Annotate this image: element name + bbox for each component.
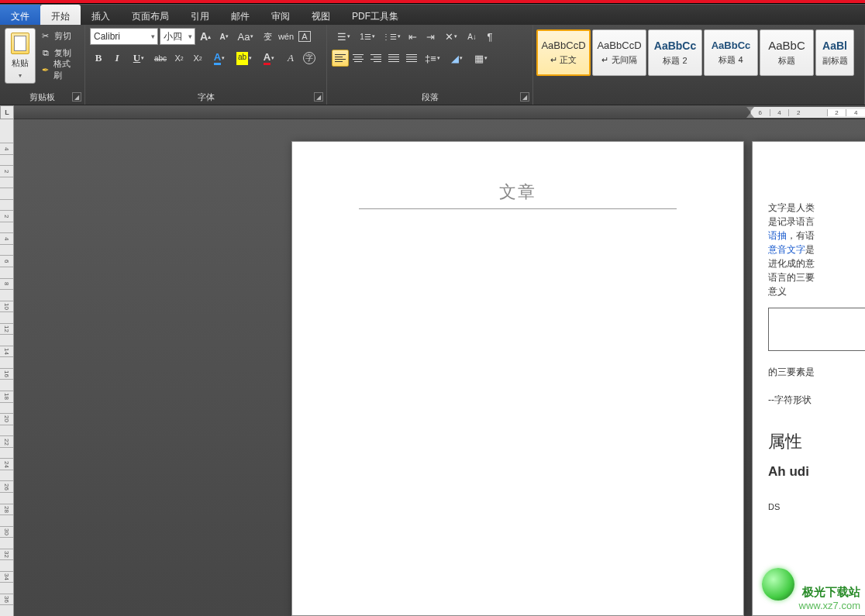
style-normal[interactable]: AaBbCcD ↵ 正文 [536, 29, 591, 76]
align-left-button[interactable] [332, 50, 349, 67]
format-painter-button[interactable]: ✒ 格式刷 [37, 62, 80, 77]
tab-mail[interactable]: 邮件 [220, 5, 260, 25]
workspace: 4224681012141618202224262830323436 文章 文字… [0, 119, 865, 616]
menu-bar: 文件 开始 插入 页面布局 引用 邮件 审阅 视图 PDF工具集 [0, 4, 865, 25]
scissors-icon: ✂ [40, 30, 51, 41]
vertical-ruler[interactable]: 4224681012141618202224262830323436 [0, 119, 14, 616]
tab-view[interactable]: 视图 [301, 5, 341, 25]
line-spacing-icon: ‡≡ [425, 53, 436, 64]
font-family-select[interactable]: Calibri [90, 28, 158, 45]
tab-home[interactable]: 开始 [40, 5, 81, 25]
char-shading-button[interactable]: A [282, 50, 299, 67]
align-right-button[interactable] [367, 50, 384, 67]
heading-3-text: Ah udi [768, 462, 865, 482]
underline-button[interactable]: U▾ [127, 50, 150, 67]
tab-page-layout[interactable]: 页面布局 [121, 5, 180, 25]
bold-button[interactable]: B [90, 50, 107, 67]
ruler-bar: L 6 4 2 2 4 [0, 105, 865, 119]
numbering-button[interactable]: 1☰▾ [356, 28, 379, 45]
superscript-button[interactable]: X2 [189, 50, 206, 67]
align-center-button[interactable] [350, 50, 367, 67]
brush-icon: ✒ [40, 64, 50, 75]
style-no-spacing[interactable]: AaBbCcD ↵ 无间隔 [592, 29, 646, 76]
change-case-button[interactable]: Aa▾ [234, 28, 257, 45]
tab-stop-selector[interactable]: L [0, 105, 14, 119]
style-title[interactable]: AaBbC 标题 [760, 29, 814, 76]
align-center-icon [353, 54, 364, 63]
paste-label: 粘贴 [12, 57, 29, 69]
font-color-button[interactable]: A▾ [257, 50, 281, 67]
copy-icon: ⧉ [40, 47, 51, 58]
phonetic-guide-button[interactable]: 变 [259, 28, 276, 45]
tab-file[interactable]: 文件 [0, 5, 40, 25]
shrink-font-button[interactable]: A▾ [215, 28, 233, 45]
indent-icon: ⇥ [426, 31, 435, 43]
content-box [768, 308, 865, 351]
subscript-button[interactable]: X2 [171, 50, 188, 67]
text-direction-icon: ✕ [445, 31, 453, 43]
paint-bucket-icon: ◢ [451, 53, 459, 64]
tab-review[interactable]: 审阅 [260, 5, 301, 25]
bullets-icon: ☰ [337, 31, 346, 43]
italic-button[interactable]: I [109, 50, 126, 67]
align-left-icon [335, 54, 346, 63]
cut-button[interactable]: ✂ 剪切 [37, 28, 80, 43]
page-1[interactable]: 文章 [291, 141, 744, 616]
line-spacing-button[interactable]: ‡≡▾ [421, 50, 444, 67]
show-marks-button[interactable]: ¶ [481, 28, 498, 45]
first-line-indent-marker[interactable] [746, 107, 754, 118]
group-font: Calibri 小四 A▴ A▾ Aa▾ 变 wén A B I U▾ abc … [85, 25, 327, 105]
group-clipboard: 粘贴 ▾ ✂ 剪切 ⧉ 复制 ✒ 格式刷 剪贴板 ◢ [0, 25, 85, 105]
heading-2-text: 属性 [768, 428, 865, 454]
page-header[interactable]: 文章 [359, 181, 677, 209]
font-launcher[interactable]: ◢ [314, 92, 323, 102]
text-direction-button[interactable]: ✕▾ [439, 28, 463, 45]
document-area[interactable]: 文章 文字是人类 是记录语言 语抽，有语 意音文字是 进化成的意 语言的三要 意… [14, 119, 865, 616]
borders-icon: ▦ [474, 53, 484, 64]
text-effects-button[interactable]: A▾ [208, 50, 231, 67]
outdent-icon: ⇤ [408, 31, 417, 43]
page-2[interactable]: 文字是人类 是记录语言 语抽，有语 意音文字是 进化成的意 语言的三要 意义 的… [752, 141, 865, 616]
align-justify-icon [388, 54, 399, 63]
strikethrough-button[interactable]: abc [152, 50, 169, 67]
borders-button[interactable]: ▦▾ [469, 50, 492, 67]
tab-pdf-toolkit[interactable]: PDF工具集 [341, 5, 409, 25]
highlight-button[interactable]: ab▾ [233, 50, 256, 67]
style-heading4[interactable]: AaBbCc 标题 4 [704, 29, 758, 76]
group-label-paragraph: 段落 [327, 91, 532, 103]
header-text: 文章 [499, 182, 536, 201]
align-justify-button[interactable] [385, 50, 402, 67]
pilcrow-icon: ¶ [488, 31, 493, 43]
group-paragraph: ☰▾ 1☰▾ ⋮☰▾ ⇤ ⇥ ✕▾ A↓ ¶ ‡≡▾ ◢▾ ▦▾ 段落 ◢ [327, 25, 533, 105]
increase-indent-button[interactable]: ⇥ [422, 28, 439, 45]
font-size-select[interactable]: 小四 [160, 28, 195, 45]
grow-font-button[interactable]: A▴ [197, 28, 214, 45]
horizontal-ruler[interactable]: 6 4 2 2 4 [750, 107, 865, 118]
char-border-button[interactable]: A [296, 28, 313, 45]
bullets-button[interactable]: ☰▾ [332, 28, 355, 45]
decrease-indent-button[interactable]: ⇤ [404, 28, 421, 45]
style-heading2[interactable]: AaBbCc 标题 2 [648, 29, 702, 76]
multilevel-icon: ⋮☰ [382, 33, 397, 41]
align-distribute-button[interactable] [403, 50, 420, 67]
multilevel-list-button[interactable]: ⋮☰▾ [380, 28, 403, 45]
sort-icon: A↓ [467, 33, 477, 41]
clear-formatting-button[interactable]: wén [277, 28, 295, 45]
clipboard-launcher[interactable]: ◢ [72, 92, 81, 102]
enclose-char-button[interactable]: 字 [301, 50, 318, 67]
tab-insert[interactable]: 插入 [81, 5, 121, 25]
align-distribute-icon [406, 54, 417, 63]
paste-button[interactable]: 粘贴 ▾ [5, 28, 36, 84]
tab-references[interactable]: 引用 [180, 5, 220, 25]
paragraph-launcher[interactable]: ◢ [520, 92, 529, 102]
align-right-icon [370, 54, 381, 63]
numbering-icon: 1☰ [360, 33, 371, 41]
group-styles: AaBbCcD ↵ 正文 AaBbCcD ↵ 无间隔 AaBbCc 标题 2 A… [533, 25, 865, 105]
ribbon: 粘贴 ▾ ✂ 剪切 ⧉ 复制 ✒ 格式刷 剪贴板 ◢ [0, 25, 865, 105]
sort-button[interactable]: A↓ [464, 28, 481, 45]
shading-button[interactable]: ◢▾ [445, 50, 468, 67]
style-subtitle[interactable]: AaBl 副标题 [815, 29, 854, 76]
group-label-font: 字体 [85, 91, 326, 103]
paste-icon [11, 33, 29, 54]
